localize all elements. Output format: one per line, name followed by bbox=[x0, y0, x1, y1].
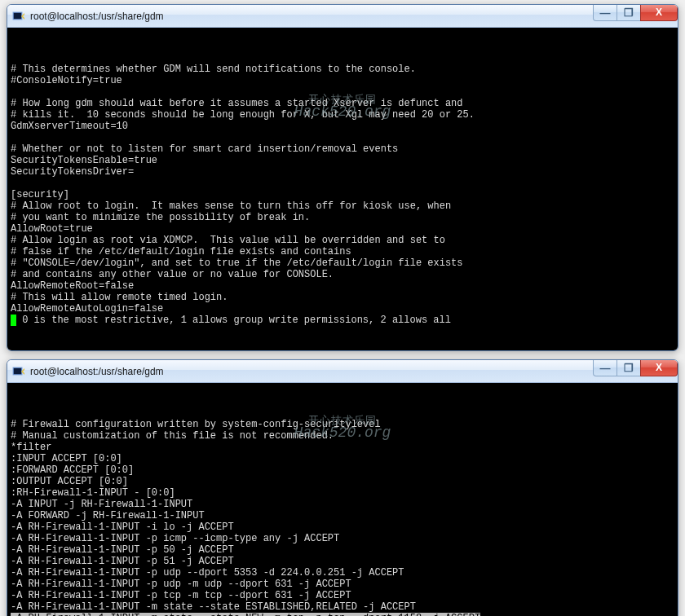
terminal-line: -A RH-Firewall-1-INPUT -p 51 -j ACCEPT bbox=[11, 556, 674, 567]
terminal-line: SecurityTokensEnable=true bbox=[11, 155, 674, 166]
terminal-line: # Whether or not to listen for smart car… bbox=[11, 143, 674, 155]
terminal-line: -A RH-Firewall-1-INPUT -m state --state … bbox=[11, 601, 674, 613]
maximize-button[interactable]: ❐ bbox=[616, 360, 641, 376]
terminal-line: # Allow root to login. It makes sense to… bbox=[11, 200, 674, 212]
terminal-line: -A RH-Firewall-1-INPUT -p udp -m udp --d… bbox=[11, 579, 674, 590]
terminal-line: # false if the /etc/default/login file e… bbox=[11, 246, 674, 257]
terminal-line: # This will allow remote timed login. bbox=[11, 292, 674, 303]
terminal-window-2: root@localhost:/usr/share/gdm — ❐ X 开心技术… bbox=[7, 359, 678, 616]
window-controls: — ❐ X bbox=[594, 360, 678, 376]
terminal-line: -A RH-Firewall-1-INPUT -p 50 -j ACCEPT bbox=[11, 544, 674, 556]
terminal-line bbox=[11, 86, 674, 98]
terminal-line bbox=[11, 178, 674, 189]
close-icon: X bbox=[656, 7, 662, 17]
terminal-line: # Manual customization of this file is n… bbox=[11, 430, 674, 442]
svg-rect-3 bbox=[14, 368, 21, 374]
window-title: root@localhost:/usr/share/gdm bbox=[30, 366, 594, 377]
terminal-line: AllowRemoteRoot=false bbox=[11, 280, 674, 292]
terminal-content[interactable]: 开心技术乐园 Hack520.org # This determines whe… bbox=[7, 28, 678, 350]
putty-icon bbox=[12, 365, 25, 378]
close-icon: X bbox=[656, 363, 662, 372]
putty-icon bbox=[12, 10, 25, 23]
svg-rect-1 bbox=[14, 13, 21, 19]
terminal-line: AllowRemoteAutoLogin=false bbox=[11, 303, 674, 315]
minimize-button[interactable]: — bbox=[593, 360, 617, 376]
terminal-line bbox=[11, 132, 674, 143]
terminal-line: # Firewall configuration written by syst… bbox=[11, 419, 674, 430]
minimize-icon: — bbox=[600, 363, 611, 373]
window-title: root@localhost:/usr/share/gdm bbox=[30, 11, 594, 22]
window-controls: — ❐ X bbox=[594, 5, 678, 21]
terminal-line: # you want to minimize the possibility o… bbox=[11, 212, 674, 223]
terminal-content[interactable]: 开心技术乐园 Hack520.org # Firewall configurat… bbox=[7, 383, 678, 616]
maximize-icon: ❐ bbox=[624, 7, 634, 18]
terminal-line: # This determines whether GDM will send … bbox=[11, 64, 674, 75]
terminal-window-1: root@localhost:/usr/share/gdm — ❐ X 开心技术… bbox=[7, 4, 678, 351]
terminal-line: *filter bbox=[11, 442, 674, 453]
terminal-line: [security] bbox=[11, 189, 674, 200]
close-button[interactable]: X bbox=[640, 5, 678, 21]
terminal-line: GdmXserverTimeout=10 bbox=[11, 121, 674, 132]
terminal-line: AllowRoot=true bbox=[11, 223, 674, 235]
terminal-line: -A RH-Firewall-1-INPUT -p icmp --icmp-ty… bbox=[11, 533, 674, 544]
terminal-line: # Allow login as root via XDMCP. This va… bbox=[11, 235, 674, 246]
terminal-line: -A RH-Firewall-1-INPUT -p udp --dport 53… bbox=[11, 567, 674, 579]
titlebar[interactable]: root@localhost:/usr/share/gdm — ❐ X bbox=[7, 360, 678, 383]
maximize-button[interactable]: ❐ bbox=[616, 5, 641, 21]
terminal-line: # and contains any other value or no val… bbox=[11, 269, 674, 280]
terminal-line: # How long gdm should wait before it ass… bbox=[11, 98, 674, 109]
terminal-line: # "CONSOLE=/dev/login", and set to true … bbox=[11, 257, 674, 269]
titlebar[interactable]: root@localhost:/usr/share/gdm — ❐ X bbox=[7, 5, 678, 28]
terminal-line: # kills it. 10 seconds should be long en… bbox=[11, 109, 674, 121]
minimize-button[interactable]: — bbox=[593, 5, 617, 21]
terminal-line: :FORWARD ACCEPT [0:0] bbox=[11, 464, 674, 476]
terminal-line: :INPUT ACCEPT [0:0] bbox=[11, 453, 674, 464]
maximize-icon: ❐ bbox=[624, 363, 634, 373]
terminal-line: -A RH-Firewall-1-INPUT -i lo -j ACCEPT bbox=[11, 521, 674, 533]
minimize-icon: — bbox=[600, 7, 611, 18]
terminal-line: #ConsoleNotify=true bbox=[11, 75, 674, 86]
terminal-line: -A FORWARD -j RH-Firewall-1-INPUT bbox=[11, 510, 674, 521]
terminal-line-highlight: -A RH-Firewall-1-INPUT -m state --state … bbox=[11, 613, 674, 616]
terminal-line: # 0 is the most restrictive, 1 allows gr… bbox=[11, 315, 674, 326]
close-button[interactable]: X bbox=[640, 360, 678, 376]
terminal-line: SecurityTokensDriver= bbox=[11, 166, 674, 178]
terminal-line: :RH-Firewall-1-INPUT - [0:0] bbox=[11, 487, 674, 499]
terminal-line: -A INPUT -j RH-Firewall-1-INPUT bbox=[11, 499, 674, 510]
terminal-line: -A RH-Firewall-1-INPUT -p tcp -m tcp --d… bbox=[11, 590, 674, 601]
cursor-icon: # bbox=[11, 315, 16, 326]
terminal-line: :OUTPUT ACCEPT [0:0] bbox=[11, 476, 674, 487]
